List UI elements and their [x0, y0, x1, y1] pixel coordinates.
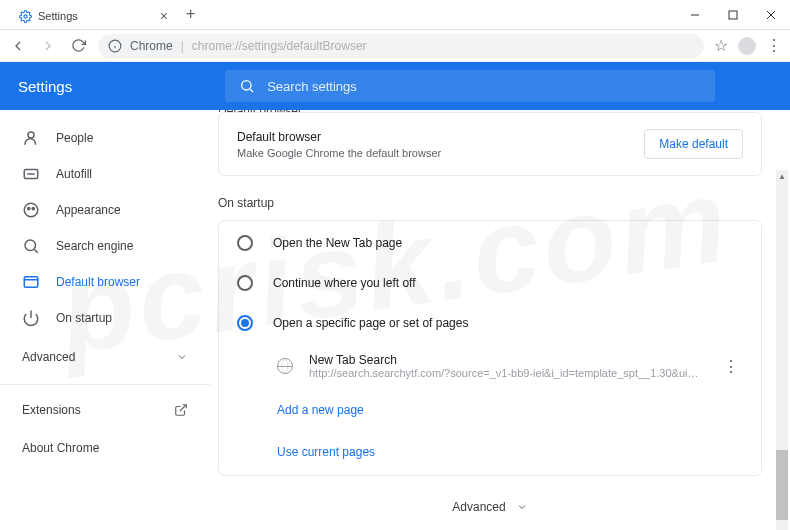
maximize-button[interactable]	[714, 0, 752, 29]
globe-icon	[277, 358, 293, 374]
svg-point-15	[32, 207, 34, 209]
svg-point-10	[28, 132, 34, 138]
autofill-icon	[22, 165, 40, 183]
radio-label: Continue where you left off	[273, 276, 416, 290]
make-default-button[interactable]: Make default	[644, 129, 743, 159]
advanced-footer-toggle[interactable]: Advanced	[218, 476, 762, 530]
svg-rect-18	[24, 277, 38, 288]
scrollbar[interactable]: ▲	[776, 170, 788, 530]
reload-button[interactable]	[68, 36, 88, 56]
use-current-pages-link[interactable]: Use current pages	[219, 431, 761, 473]
on-startup-card: Open the New Tab page Continue where you…	[218, 220, 762, 476]
sidebar-item-people[interactable]: People	[0, 120, 210, 156]
sidebar-item-label: Extensions	[22, 403, 81, 417]
browser-tab-settings[interactable]: Settings ×	[8, 3, 178, 29]
svg-line-9	[250, 89, 253, 92]
startup-option-continue[interactable]: Continue where you left off	[219, 263, 761, 303]
back-button[interactable]	[8, 36, 28, 56]
bookmark-star-icon[interactable]: ☆	[714, 36, 728, 55]
url-path: chrome://settings/defaultBrowser	[192, 39, 367, 53]
sidebar-item-on-startup[interactable]: On startup	[0, 300, 210, 336]
default-browser-subtitle: Make Google Chrome the default browser	[237, 147, 441, 159]
svg-point-0	[23, 14, 26, 17]
radio-label: Open a specific page or set of pages	[273, 316, 468, 330]
tab-strip: Settings × +	[0, 0, 676, 29]
radio-icon[interactable]	[237, 275, 253, 291]
page-entry-menu-button[interactable]: ⋮	[719, 357, 743, 376]
startup-option-new-tab[interactable]: Open the New Tab page	[219, 223, 761, 263]
close-icon[interactable]: ×	[160, 9, 168, 23]
sidebar-item-search-engine[interactable]: Search engine	[0, 228, 210, 264]
sidebar-item-label: People	[56, 131, 93, 145]
svg-point-13	[24, 203, 38, 217]
window-titlebar: Settings × +	[0, 0, 790, 30]
sidebar-item-label: Appearance	[56, 203, 121, 217]
sidebar-item-extensions[interactable]: Extensions	[0, 391, 210, 429]
chevron-down-icon	[516, 501, 528, 513]
power-icon	[22, 309, 40, 327]
page-title: Settings	[18, 78, 72, 95]
settings-sidebar: People Autofill Appearance Search engine…	[0, 110, 210, 530]
sidebar-item-label: On startup	[56, 311, 112, 325]
svg-line-17	[34, 249, 37, 252]
scroll-up-icon[interactable]: ▲	[776, 170, 788, 182]
radio-label: Open the New Tab page	[273, 236, 402, 250]
svg-point-16	[25, 240, 36, 251]
divider	[0, 384, 210, 385]
plus-icon: +	[186, 5, 195, 22]
default-browser-title: Default browser	[237, 130, 441, 144]
startup-page-url: http://search.searchytf.com/?source=_v1-…	[309, 367, 703, 379]
on-startup-heading: On startup	[218, 176, 762, 220]
settings-search[interactable]	[225, 70, 715, 102]
radio-icon[interactable]	[237, 315, 253, 331]
address-bar[interactable]: Chrome | chrome://settings/defaultBrowse…	[98, 34, 704, 58]
open-external-icon	[174, 403, 188, 417]
svg-line-21	[180, 405, 186, 411]
url-scheme: Chrome	[130, 39, 173, 53]
window-close-button[interactable]	[752, 0, 790, 29]
person-icon	[22, 129, 40, 147]
window-controls	[676, 0, 790, 29]
appearance-icon	[22, 201, 40, 219]
minimize-button[interactable]	[676, 0, 714, 29]
svg-point-14	[28, 207, 30, 209]
startup-option-specific[interactable]: Open a specific page or set of pages	[219, 303, 761, 343]
tab-title: Settings	[38, 10, 154, 22]
browser-menu-button[interactable]: ⋮	[766, 38, 782, 54]
sidebar-item-about[interactable]: About Chrome	[0, 429, 210, 467]
sidebar-item-appearance[interactable]: Appearance	[0, 192, 210, 228]
sidebar-item-label: Autofill	[56, 167, 92, 181]
browser-icon	[22, 273, 40, 291]
scroll-thumb[interactable]	[776, 450, 788, 520]
startup-page-entry: New Tab Search http://search.searchytf.c…	[219, 343, 761, 389]
sidebar-advanced-toggle[interactable]: Advanced	[0, 336, 210, 378]
sidebar-item-default-browser[interactable]: Default browser	[0, 264, 210, 300]
search-icon	[22, 237, 40, 255]
startup-page-name: New Tab Search	[309, 353, 703, 367]
gear-icon	[18, 9, 32, 23]
default-browser-card: Default browser Make Google Chrome the d…	[218, 112, 762, 176]
chevron-down-icon	[176, 351, 188, 363]
radio-icon[interactable]	[237, 235, 253, 251]
browser-toolbar: Chrome | chrome://settings/defaultBrowse…	[0, 30, 790, 62]
new-tab-button[interactable]: +	[178, 0, 203, 29]
svg-rect-2	[729, 11, 737, 19]
search-icon	[239, 78, 255, 94]
advanced-footer-label: Advanced	[452, 500, 505, 514]
sidebar-item-label: Default browser	[56, 275, 140, 289]
add-new-page-link[interactable]: Add a new page	[219, 389, 761, 431]
settings-main: Default browser Default browser Make Goo…	[210, 110, 790, 530]
settings-search-input[interactable]	[267, 79, 701, 94]
sidebar-item-label: About Chrome	[22, 441, 99, 455]
site-info-icon[interactable]	[108, 39, 122, 53]
profile-avatar[interactable]	[738, 37, 756, 55]
sidebar-advanced-label: Advanced	[22, 350, 75, 364]
settings-header: Settings	[0, 62, 790, 110]
sidebar-item-autofill[interactable]: Autofill	[0, 156, 210, 192]
svg-point-8	[242, 81, 251, 90]
sidebar-item-label: Search engine	[56, 239, 133, 253]
forward-button[interactable]	[38, 36, 58, 56]
